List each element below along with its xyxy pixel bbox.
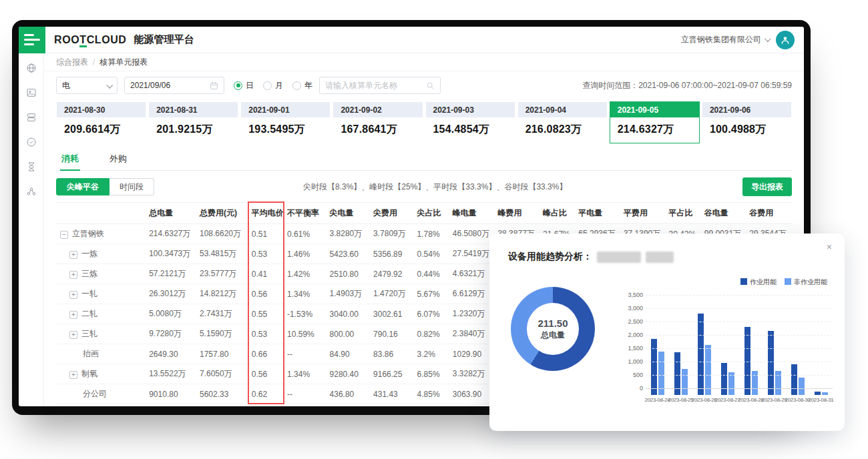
value-cell: 1757.80 — [197, 344, 249, 364]
unit-name-cell[interactable]: +三炼 — [56, 264, 146, 284]
date-picker[interactable]: 2021/09/06 — [124, 77, 224, 94]
col-header: 尖电量 — [327, 203, 371, 224]
value-cell: 4.6321万 — [450, 264, 495, 284]
legend-item-非作业用能[interactable]: 非作业用能 — [785, 278, 827, 287]
value-cell: -1.53% — [284, 304, 327, 324]
expand-icon[interactable]: + — [69, 371, 77, 379]
unit-name-cell[interactable]: 抬画 — [56, 344, 146, 364]
brand-name: ROOTCLOUD — [54, 34, 127, 46]
rootcloud-logo-icon[interactable] — [19, 27, 45, 53]
date-card-date: 2021-09-06 — [702, 102, 791, 117]
gridline — [646, 362, 833, 362]
company-selector[interactable]: 立晋钢铁集团有限公司 — [681, 34, 769, 45]
expand-icon[interactable]: + — [69, 291, 77, 299]
x-axis-label: 2023-08-28 — [738, 397, 764, 403]
value-cell: 57.2121万 — [146, 264, 197, 284]
export-report-button[interactable]: 导出报表 — [742, 177, 792, 196]
energy-type-select[interactable]: 电 — [56, 77, 118, 94]
unit-name-cell[interactable]: 分公司 — [56, 384, 146, 404]
globe-icon[interactable] — [26, 63, 37, 76]
network-icon[interactable] — [26, 186, 37, 199]
col-header: 谷电量 — [702, 203, 747, 224]
radio-day[interactable]: 日 — [234, 80, 254, 91]
image-icon[interactable] — [26, 87, 37, 101]
search-icon[interactable] — [426, 81, 435, 90]
bar-非作业用能 — [822, 392, 828, 395]
expand-icon[interactable]: + — [69, 311, 77, 319]
value-cell: 214.6327万 — [146, 224, 197, 244]
tab-消耗[interactable]: 消耗 — [60, 149, 80, 171]
server-icon[interactable] — [26, 112, 37, 125]
value-cell: 0.41 — [249, 264, 284, 284]
bar-作业用能 — [768, 331, 774, 395]
value-cell: 0.44% — [415, 264, 450, 284]
bar-chart: 2023-08-242023-08-252023-08-262023-08-27… — [622, 292, 833, 407]
segment-时间段[interactable]: 时间段 — [110, 178, 154, 195]
date-card-2021-09-02[interactable]: 2021-09-02167.8641万 — [333, 101, 423, 143]
unit-name-cell[interactable]: +一轧 — [56, 284, 146, 304]
value-cell: 100.3473万 — [146, 244, 197, 264]
legend-swatch-icon — [740, 278, 747, 285]
date-card-2021-08-30[interactable]: 2021-08-30209.6614万 — [56, 101, 146, 143]
tab-外购[interactable]: 外购 — [108, 149, 128, 170]
date-card-2021-09-03[interactable]: 2021-09-03154.4854万 — [425, 101, 515, 143]
bar-非作业用能 — [705, 345, 711, 395]
x-axis-label: 2023-08-26 — [692, 397, 717, 403]
avatar[interactable] — [776, 31, 795, 49]
tab-bar: 消耗外购 — [56, 149, 792, 171]
radio-year[interactable]: 年 — [292, 80, 312, 91]
col-header: 谷费用 — [746, 203, 792, 224]
expand-icon[interactable]: + — [69, 251, 77, 259]
col-header: 平占比 — [666, 203, 701, 224]
breadcrumb-parent[interactable]: 综合报表 — [56, 57, 88, 68]
unit-name-cell[interactable]: +二轧 — [56, 304, 146, 324]
y-axis-tick: 3,000 — [628, 305, 643, 312]
date-card-date: 2021-08-31 — [149, 102, 238, 117]
value-cell: 1.34% — [284, 284, 327, 304]
date-card-date: 2021-08-30 — [57, 102, 146, 117]
value-cell: 1.34% — [284, 364, 327, 384]
date-card-row: 2021-08-30209.6614万2021-08-31201.9215万20… — [56, 101, 792, 143]
value-cell: 0.56 — [249, 364, 284, 384]
value-cell: 2.3840万 — [450, 324, 495, 344]
col-header: 尖费用 — [371, 203, 415, 224]
date-card-2021-09-06[interactable]: 2021-09-06100.4988万 — [702, 101, 792, 143]
expand-icon[interactable]: + — [69, 271, 77, 279]
value-cell: 9280.40 — [327, 364, 371, 384]
clock-icon[interactable] — [26, 137, 37, 150]
segment-尖峰平谷[interactable]: 尖峰平谷 — [56, 178, 110, 195]
collapse-icon[interactable]: − — [60, 231, 68, 239]
value-cell: -- — [284, 384, 327, 404]
value-cell: 7.6050万 — [197, 364, 249, 384]
search-input[interactable]: 请输入核算单元名称 — [319, 77, 441, 94]
radio-month[interactable]: 月 — [263, 80, 283, 91]
date-card-value: 216.0823万 — [518, 117, 607, 143]
hourglass-icon[interactable] — [26, 161, 37, 175]
unit-name-cell[interactable]: −立晋钢铁 — [56, 224, 146, 244]
unit-name-cell[interactable]: +三轧 — [56, 324, 146, 344]
date-card-2021-09-05[interactable]: 2021-09-05214.6327万 — [610, 101, 700, 143]
value-cell: 1.78% — [415, 224, 450, 244]
value-cell: 0.51 — [249, 224, 284, 244]
legend-item-作业用能[interactable]: 作业用能 — [740, 278, 777, 287]
close-icon[interactable]: × — [827, 242, 832, 252]
breadcrumb: 综合报表 / 核算单元报表 — [44, 53, 804, 71]
value-cell: 1.2320万 — [450, 304, 495, 324]
unit-name-cell[interactable]: +制氧 — [56, 364, 146, 384]
date-card-value: 209.6614万 — [57, 117, 146, 143]
value-cell: 0.61% — [284, 224, 327, 244]
value-cell: 5423.60 — [327, 244, 371, 264]
date-card-2021-09-01[interactable]: 2021-09-01193.5495万 — [240, 101, 331, 143]
value-cell: 9166.25 — [371, 364, 415, 384]
unit-name-cell[interactable]: +一炼 — [56, 244, 146, 264]
date-card-2021-09-04[interactable]: 2021-09-04216.0823万 — [517, 101, 608, 143]
value-cell: 14.8212万 — [197, 284, 249, 304]
gridline — [646, 388, 833, 389]
breadcrumb-current: 核算单元报表 — [99, 57, 148, 68]
value-cell: 6.85% — [415, 364, 450, 384]
filter-bar: 电 2021/09/06 日月年 请输入核算单元名称 查询时间范围：2021-0… — [56, 71, 792, 99]
date-card-2021-08-31[interactable]: 2021-08-31201.9215万 — [148, 101, 238, 143]
expand-icon[interactable]: + — [69, 331, 77, 339]
value-cell: 108.6620万 — [197, 224, 249, 244]
bar-非作业用能 — [682, 369, 688, 395]
